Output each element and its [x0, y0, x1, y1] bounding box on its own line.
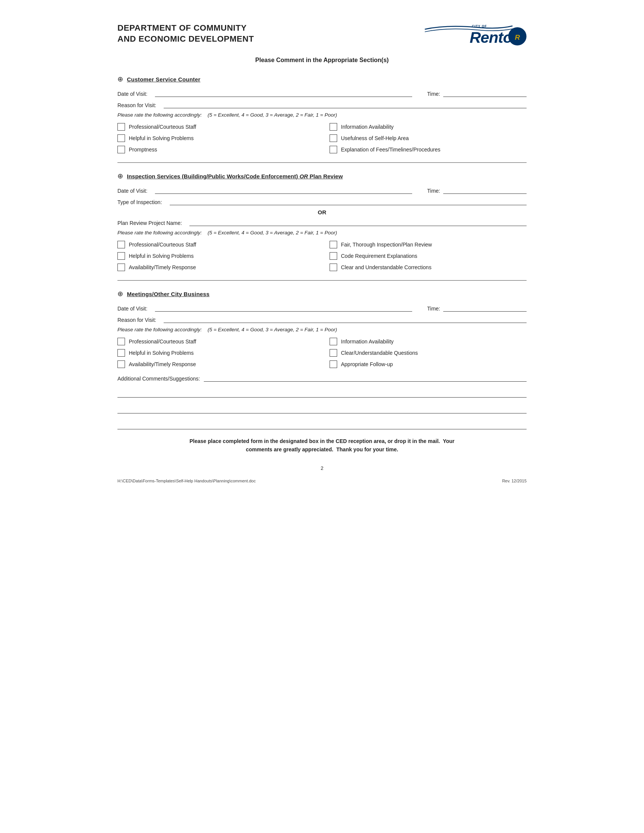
dept-title: DEPARTMENT OF COMMUNITY AND ECONOMIC DEV…	[118, 23, 254, 44]
section3-date-input[interactable]	[155, 304, 412, 312]
rating-item: Availability/Timely Response	[118, 264, 314, 271]
section1-reason-input[interactable]	[164, 101, 526, 108]
checkbox[interactable]	[330, 252, 337, 260]
section1-date-label: Date of Visit:	[118, 91, 147, 97]
section2-type-row: Type of Inspection:	[118, 198, 526, 205]
section3-reason-label: Reason for Visit:	[118, 317, 156, 323]
checkbox[interactable]	[118, 360, 125, 368]
section1-rating-grid: Professional/Courteous Staff Information…	[118, 123, 526, 153]
section2-date-label: Date of Visit:	[118, 188, 147, 194]
rating-item: Availability/Timely Response	[118, 360, 314, 368]
logo-area: CITY OF Renton R	[420, 23, 526, 45]
checkbox[interactable]	[118, 349, 125, 357]
checkbox[interactable]	[118, 241, 125, 248]
section3-time-input[interactable]	[443, 304, 526, 312]
section1-date-row: Date of Visit: Time:	[118, 89, 526, 97]
section3-title: Meetings/Other City Business	[127, 291, 209, 297]
divider1	[118, 162, 526, 163]
section2-type-input[interactable]	[170, 198, 526, 205]
rating-item: Usefulness of Self-Help Area	[330, 134, 526, 142]
rating-item: Information Availability	[330, 338, 526, 345]
section2-time-input[interactable]	[443, 186, 526, 194]
section1-time-input[interactable]	[443, 89, 526, 97]
main-title: Please Comment in the Appropriate Sectio…	[118, 57, 526, 64]
rating-item: Clear/Understandable Questions	[330, 349, 526, 357]
rating-item: Helpful in Solving Problems	[118, 134, 314, 142]
or-divider: OR	[118, 209, 526, 215]
section2-header: ⊕ Inspection Services (Building/Public W…	[118, 172, 526, 180]
section1-title: Customer Service Counter	[127, 76, 200, 82]
dept-line2: AND ECONOMIC DEVELOPMENT	[118, 34, 254, 45]
section1-time-group: Time:	[427, 89, 526, 97]
checkbox[interactable]	[330, 349, 337, 357]
section2: ⊕ Inspection Services (Building/Public W…	[118, 172, 526, 271]
section3-rating-note: Please rate the following accordingly: (…	[118, 327, 526, 333]
checkbox[interactable]	[330, 338, 337, 345]
section2-rating-grid: Professional/Courteous Staff Fair, Thoro…	[118, 241, 526, 271]
doc-path: H:\CED\Data\Forms-Templates\Self-Help Ha…	[118, 479, 256, 483]
renton-logo-svg: CITY OF Renton R	[420, 23, 526, 45]
comment-line-3[interactable]	[118, 418, 526, 429]
section3-time-label: Time:	[427, 306, 440, 312]
section1-date-input[interactable]	[155, 89, 412, 97]
checkbox[interactable]	[118, 146, 125, 153]
section3-reason-row: Reason for Visit:	[118, 315, 526, 323]
section2-time-group: Time:	[427, 186, 526, 194]
page-number: 2	[118, 465, 526, 471]
section1-reason-label: Reason for Visit:	[118, 102, 156, 108]
checkbox[interactable]	[330, 360, 337, 368]
doc-footer: H:\CED\Data\Forms-Templates\Self-Help Ha…	[118, 479, 526, 483]
section2-plan-row: Plan Review Project Name:	[118, 219, 526, 226]
checkbox[interactable]	[118, 264, 125, 271]
section2-plan-input[interactable]	[189, 219, 526, 226]
checkbox[interactable]	[330, 264, 337, 271]
checkbox[interactable]	[330, 146, 337, 153]
rating-item: Appropriate Follow-up	[330, 360, 526, 368]
svg-text:CITY OF: CITY OF	[472, 24, 487, 28]
comments-row: Additional Comments/Suggestions:	[118, 374, 526, 382]
section1-time-label: Time:	[427, 91, 440, 97]
rating-item: Promptness	[118, 146, 314, 153]
section2-date-row: Date of Visit: Time:	[118, 186, 526, 194]
comments-input[interactable]	[204, 374, 526, 382]
section3-reason-input[interactable]	[164, 315, 526, 323]
rating-item: Information Availability	[330, 123, 526, 130]
comments-label: Additional Comments/Suggestions:	[118, 376, 200, 382]
rating-item: Helpful in Solving Problems	[118, 252, 314, 260]
rating-item: Clear and Understandable Corrections	[330, 264, 526, 271]
rev-date: Rev. 12/2015	[502, 479, 526, 483]
section1-icon: ⊕	[118, 75, 123, 83]
checkbox[interactable]	[330, 123, 337, 130]
checkbox[interactable]	[330, 241, 337, 248]
section2-time-label: Time:	[427, 188, 440, 194]
rating-item: Professional/Courteous Staff	[118, 241, 314, 248]
checkbox[interactable]	[118, 134, 125, 142]
checkbox[interactable]	[118, 338, 125, 345]
section2-type-label: Type of Inspection:	[118, 199, 162, 205]
svg-text:R: R	[515, 33, 520, 41]
section2-title: Inspection Services (Building/Public Wor…	[127, 173, 343, 180]
divider2	[118, 280, 526, 281]
section3-header: ⊕ Meetings/Other City Business	[118, 289, 526, 298]
rating-item: Professional/Courteous Staff	[118, 338, 314, 345]
rating-item: Professional/Courteous Staff	[118, 123, 314, 130]
rating-item: Code Requirement Explanations	[330, 252, 526, 260]
rating-item: Explanation of Fees/Timelines/Procedures	[330, 146, 526, 153]
checkbox[interactable]	[118, 123, 125, 130]
comment-line-2[interactable]	[118, 402, 526, 413]
section3-time-group: Time:	[427, 304, 526, 312]
comment-line-1[interactable]	[118, 386, 526, 397]
dept-line1: DEPARTMENT OF COMMUNITY	[118, 23, 254, 34]
section3-date-row: Date of Visit: Time:	[118, 304, 526, 312]
section1: ⊕ Customer Service Counter Date of Visit…	[118, 75, 526, 153]
rating-item: Fair, Thorough Inspection/Plan Review	[330, 241, 526, 248]
section1-header: ⊕ Customer Service Counter	[118, 75, 526, 83]
section2-plan-label: Plan Review Project Name:	[118, 220, 182, 226]
section3-icon: ⊕	[118, 289, 123, 298]
comment-lines-area	[118, 386, 526, 429]
page-header: DEPARTMENT OF COMMUNITY AND ECONOMIC DEV…	[118, 23, 526, 45]
section2-rating-note: Please rate the following accordingly: (…	[118, 230, 526, 235]
section2-date-input[interactable]	[155, 186, 412, 194]
checkbox[interactable]	[330, 134, 337, 142]
checkbox[interactable]	[118, 252, 125, 260]
